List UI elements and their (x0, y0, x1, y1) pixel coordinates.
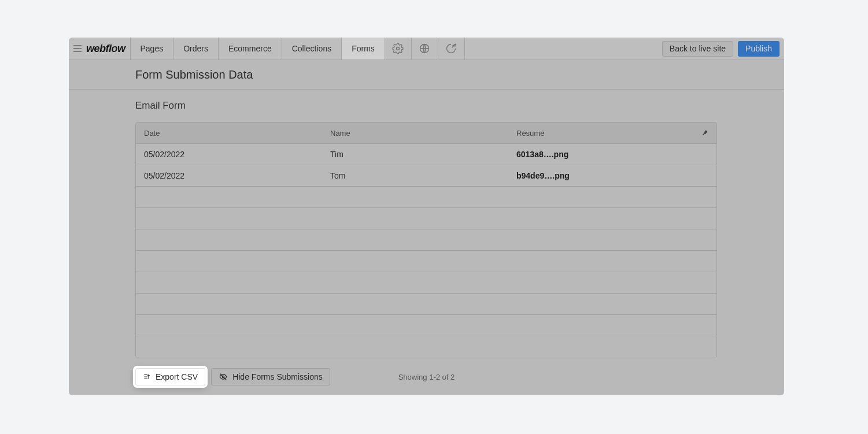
main-nav: Pages Orders Ecommerce Collections Forms (130, 38, 385, 60)
cell-file-link[interactable]: b94de9….png (508, 171, 693, 180)
nav-forms[interactable]: Forms (342, 38, 385, 60)
cell-name: Tom (322, 171, 508, 180)
eye-off-icon (219, 373, 228, 381)
table-footer: Export CSV Hide Forms Submissions Showin… (135, 368, 718, 385)
cell-date: 05/02/2022 (136, 150, 322, 159)
hide-submissions-button[interactable]: Hide Forms Submissions (211, 368, 330, 385)
col-resume: Résumé (508, 129, 693, 138)
topbar-actions: Back to live site Publish (662, 38, 784, 60)
page-header: Form Submission Data (69, 60, 784, 90)
gear-icon[interactable] (385, 38, 412, 60)
table-row-empty (136, 187, 716, 208)
nav-pages[interactable]: Pages (130, 38, 174, 60)
form-name-heading: Email Form (135, 100, 718, 112)
nav-orders[interactable]: Orders (173, 38, 219, 60)
submissions-table: Date Name Résumé 05/02/2022 Tim 6013a8….… (135, 122, 717, 358)
col-name: Name (322, 129, 508, 138)
brand-logo[interactable]: webflow (86, 38, 130, 60)
col-date: Date (136, 129, 322, 138)
svg-point-0 (397, 47, 400, 50)
globe-icon[interactable] (412, 38, 438, 60)
export-csv-label: Export CSV (156, 372, 198, 381)
page-title: Form Submission Data (135, 68, 253, 81)
app-window: webflow Pages Orders Ecommerce Collectio… (69, 38, 784, 395)
table-row-empty (136, 336, 716, 358)
table-header: Date Name Résumé (136, 123, 716, 144)
table-row-empty (136, 272, 716, 294)
table-row-empty (136, 315, 716, 336)
back-to-live-button[interactable]: Back to live site (662, 41, 733, 57)
pin-icon[interactable] (693, 129, 716, 137)
cell-name: Tim (322, 150, 508, 159)
export-csv-button[interactable]: Export CSV (135, 368, 205, 385)
nav-ecommerce[interactable]: Ecommerce (219, 38, 282, 60)
table-row-empty (136, 294, 716, 315)
cell-file-link[interactable]: 6013a8….png (508, 150, 693, 159)
export-icon (143, 373, 151, 381)
table-row-empty (136, 229, 716, 251)
hide-submissions-label: Hide Forms Submissions (232, 372, 323, 381)
share-icon[interactable] (438, 38, 465, 60)
topbar: webflow Pages Orders Ecommerce Collectio… (69, 38, 784, 60)
content-area: Email Form Date Name Résumé 05/02/2022 T… (69, 90, 784, 385)
table-row-empty (136, 251, 716, 272)
table-row[interactable]: 05/02/2022 Tom b94de9….png (136, 165, 716, 187)
publish-button[interactable]: Publish (738, 41, 780, 57)
table-row[interactable]: 05/02/2022 Tim 6013a8….png (136, 144, 716, 165)
table-row-empty (136, 208, 716, 229)
menu-icon[interactable] (69, 38, 86, 60)
cell-date: 05/02/2022 (136, 171, 322, 180)
nav-collections[interactable]: Collections (282, 38, 342, 60)
